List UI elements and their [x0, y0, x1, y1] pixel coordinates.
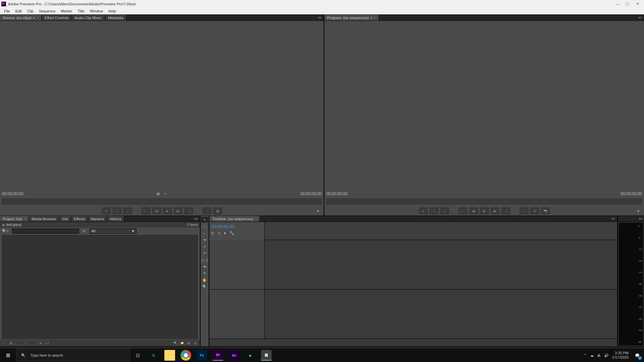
close-icon[interactable]: × [24, 217, 26, 221]
source-tc-left[interactable]: 00;00;00;00 [2, 191, 23, 196]
taskbar-app-aftereffects[interactable]: Ae [229, 350, 239, 361]
taskbar-app-explorer[interactable]: 📁 [164, 350, 175, 361]
sort-icon[interactable]: ◢ [38, 341, 42, 345]
tab-effect-controls[interactable]: Effect Controls [42, 15, 72, 20]
menu-title[interactable]: Title [75, 8, 87, 14]
new-bin-button[interactable]: 📁 [180, 341, 184, 345]
delete-button[interactable]: 🗑 [193, 341, 198, 345]
insert-button[interactable]: ⬚ [203, 207, 211, 214]
tab-timeline[interactable]: Timeline: (no sequences)× [209, 216, 260, 222]
goto-out-button[interactable]: →| [184, 207, 193, 214]
hand-tool[interactable]: ✋ [201, 277, 208, 283]
minimize-button[interactable]: — [612, 1, 623, 7]
taskbar-app-filmora[interactable]: ◆ [245, 350, 256, 361]
tray-clock[interactable]: 3:20 PM 2/17/2020 [612, 351, 629, 360]
tray-network-icon[interactable]: 🖧 [597, 353, 601, 357]
taskbar-app-logitech[interactable]: G [148, 350, 159, 361]
extract-button[interactable]: ⬘ [530, 207, 539, 214]
program-monitor-view[interactable] [324, 21, 644, 190]
play-button[interactable]: ▶ [480, 207, 489, 214]
video-track-header[interactable] [209, 240, 264, 290]
taskbar-app-chrome[interactable] [180, 350, 191, 361]
tab-project[interactable]: Project: test× [0, 216, 29, 222]
search-icon[interactable]: 🔍▾ [2, 229, 9, 233]
step-forward-button[interactable]: |▶ [174, 207, 182, 214]
maximize-button[interactable]: ▢ [623, 1, 633, 7]
step-back-button[interactable]: ◀| [152, 207, 161, 214]
pen-tool[interactable]: ✎ [201, 270, 208, 276]
filter-select[interactable]: All▼ [90, 229, 137, 234]
automate-icon[interactable]: ⟷ [44, 341, 49, 345]
video-track[interactable] [265, 240, 617, 290]
menu-edit[interactable]: Edit [13, 8, 24, 14]
menu-file[interactable]: File [1, 8, 13, 14]
action-center-button[interactable]: 💬2 [632, 349, 643, 362]
tray-onedrive-icon[interactable]: ☁ [590, 353, 594, 358]
timeline-timecode[interactable]: 00;00;00;00 [211, 224, 262, 229]
chevron-down-icon[interactable]: ▼ [370, 17, 372, 19]
panel-menu-icon[interactable]: ▾≡ [316, 15, 324, 20]
tray-chevron-icon[interactable]: ⌃ [584, 353, 587, 358]
slip-tool[interactable]: |↔| [201, 257, 208, 263]
search-input[interactable] [12, 229, 79, 234]
mark-out-button[interactable]: } [123, 207, 132, 214]
mark-in-button[interactable]: { [113, 207, 121, 214]
export-frame-button[interactable]: 📷 [541, 207, 550, 214]
find-button[interactable]: 🔍 [173, 341, 178, 345]
play-button[interactable]: ▶ [163, 207, 172, 214]
task-view-button[interactable]: ⊡ [134, 349, 142, 362]
razor-tool[interactable]: ✂ [201, 250, 208, 256]
fit-icon[interactable]: ⊞ [157, 192, 160, 196]
tab-program[interactable]: Program: (no sequences) ▼ × [324, 15, 379, 20]
start-button[interactable]: ⊞ [0, 349, 16, 362]
panel-menu-icon[interactable]: ▾≡ [609, 216, 617, 222]
project-bin-view[interactable] [2, 235, 198, 339]
tab-metadata[interactable]: Metadata [105, 15, 126, 20]
panel-menu-icon[interactable]: ▾≡ [192, 216, 200, 222]
audio-meter[interactable]: 0 -6 -12 -18 -24 -30 -36 -42 -48 -54 dB [619, 223, 643, 345]
goto-in-button[interactable]: |← [459, 207, 467, 214]
close-button[interactable]: ✕ [633, 1, 643, 7]
audio-track-header[interactable] [209, 290, 264, 339]
taskbar-app-photos[interactable]: 🖼 [261, 350, 272, 361]
resolution-icon[interactable]: ↔ [164, 192, 167, 196]
menu-window[interactable]: Window [87, 8, 106, 14]
snap-icon[interactable]: ⊏ [211, 231, 214, 235]
new-item-button[interactable]: ▣ [186, 341, 191, 345]
selection-tool[interactable]: ↖ [201, 217, 208, 223]
close-icon[interactable]: × [374, 16, 376, 19]
time-ruler[interactable] [265, 222, 617, 240]
list-view-button[interactable]: ≡ [2, 341, 7, 345]
button-editor-icon[interactable]: + [635, 208, 641, 214]
track-select-tool[interactable]: ⬚ [201, 224, 208, 229]
goto-in-button[interactable]: |← [142, 207, 150, 214]
close-icon[interactable]: × [37, 16, 39, 19]
add-marker-button[interactable]: ♦ [419, 207, 428, 214]
zoom-slider[interactable]: ━ [15, 341, 36, 345]
source-monitor-view[interactable] [0, 21, 324, 190]
menu-clip[interactable]: Clip [24, 8, 36, 14]
goto-out-button[interactable]: →| [501, 207, 510, 214]
tab-audio-clip-mixer[interactable]: Audio Clip Mixer: [72, 15, 105, 20]
marker-icon[interactable]: ♦ [224, 231, 226, 235]
step-back-button[interactable]: ◀| [469, 207, 478, 214]
chevron-down-icon[interactable]: ▼ [33, 17, 35, 19]
rolling-edit-tool[interactable]: ⇔ [201, 237, 208, 243]
settings-icon[interactable]: 🔧 [229, 231, 234, 235]
tab-markers[interactable]: Markers [88, 216, 107, 222]
tab-info[interactable]: Info [59, 216, 71, 222]
source-scrubber[interactable] [0, 197, 324, 206]
slide-tool[interactable]: ⬌ [201, 264, 208, 269]
ripple-edit-tool[interactable]: ↔ [201, 230, 208, 236]
linked-selection-icon[interactable]: ⊂ [218, 231, 221, 235]
program-tc-left[interactable]: 00;00;00;00 [326, 191, 347, 196]
tab-source[interactable]: Source: (no clips) ▼ × [0, 15, 42, 20]
tab-effects[interactable]: Effects [71, 216, 88, 222]
menu-help[interactable]: Help [106, 8, 119, 14]
mark-out-button[interactable]: } [440, 207, 449, 214]
panel-menu-icon[interactable]: ▾≡ [636, 15, 644, 20]
taskbar-search[interactable]: 🔍 Type here to search [16, 349, 130, 362]
button-editor-icon[interactable]: + [315, 208, 321, 214]
menu-marker[interactable]: Marker [58, 8, 75, 14]
lift-button[interactable]: ⬚ [520, 207, 528, 214]
